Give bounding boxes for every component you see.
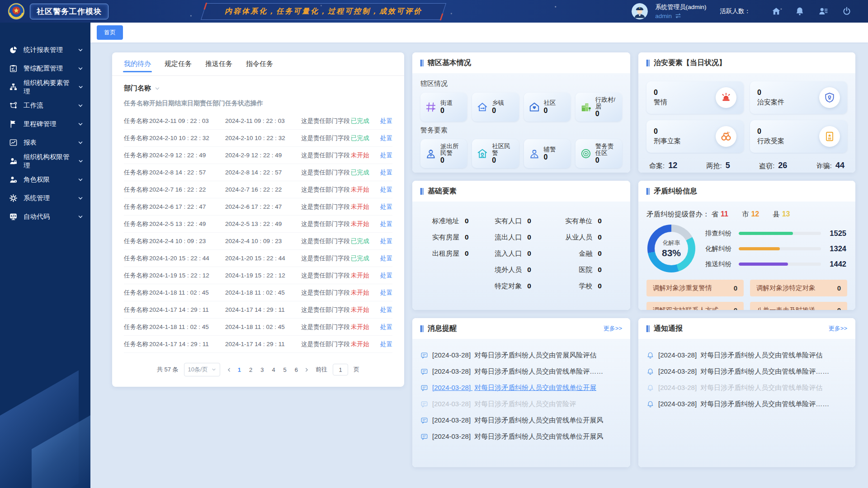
message-icon: [420, 417, 428, 424]
dispose-link[interactable]: 处置: [376, 254, 392, 263]
dispute-filter-button[interactable]: 调解对象涉特定对象 0: [750, 280, 847, 296]
stat-tile[interactable]: 乡镇 0: [472, 93, 519, 122]
donut-value: 83%: [662, 248, 681, 258]
sidebar-item[interactable]: 组织机构要素管理: [0, 78, 90, 96]
stat-tile[interactable]: 社区民警 0: [472, 139, 519, 168]
stat-label: 流入人口: [483, 249, 522, 258]
sidebar-item[interactable]: 警综配置管理: [0, 59, 90, 78]
security-stat-tile[interactable]: 0 行政受案: [750, 120, 847, 153]
message-item[interactable]: [2024-03-28] 对每日涉矛盾纠纷人员交由管线单位开展风: [420, 413, 622, 428]
stat-tile[interactable]: 派出所民警 0: [420, 139, 467, 168]
home-button[interactable]: [771, 6, 781, 16]
stat-tile[interactable]: 辅警 0: [524, 139, 571, 168]
prev-page-button[interactable]: [226, 367, 232, 372]
dispose-link[interactable]: 处置: [376, 289, 392, 297]
dispute-filter-button[interactable]: 调解对象涉重复警情 0: [646, 280, 744, 296]
chevron-down-icon: [155, 86, 160, 91]
dispose-link[interactable]: 处置: [376, 186, 392, 194]
sidebar-item[interactable]: 工作流: [0, 96, 90, 115]
end-date: 2024-1-19 15 : 22 : 12: [225, 272, 301, 279]
supervision-label: 矛盾纠纷提级督办：: [646, 210, 710, 219]
sidebar-item[interactable]: 组织机构权限管理: [0, 152, 90, 170]
dispose-link[interactable]: 处置: [376, 220, 392, 228]
notice-item[interactable]: [2024-03-28] 对每日涉矛盾纠纷人员交由管线单险评估: [646, 380, 847, 395]
message-item[interactable]: [2024-03-28] 对每日涉矛盾纠纷人员交由管险评: [420, 397, 622, 412]
title-bar-icon: [420, 60, 422, 66]
panel-title: 辖区基本情况: [428, 58, 471, 68]
avatar[interactable]: [632, 3, 648, 19]
notice-item[interactable]: [2024-03-28] 对每日涉矛盾纠纷人员交由管线单险评……: [646, 397, 847, 412]
end-date: 2024-1-17 14 : 29 : 11: [225, 306, 301, 313]
message-item[interactable]: [2024-03-28] 对每日涉矛盾纠纷人员交由管线单位开展风: [420, 429, 622, 444]
dispose-link[interactable]: 处置: [376, 169, 392, 177]
responsible-dept: 这是责任部门字段: [301, 306, 351, 314]
task-tab[interactable]: 指令任务: [246, 52, 273, 75]
next-page-button[interactable]: [303, 367, 310, 372]
security-stat-tile[interactable]: 0 刑事立案: [646, 120, 744, 153]
dispute-filter-button[interactable]: 调解双方缺联系人方式 0: [646, 302, 744, 310]
sidebar-item[interactable]: 系统管理: [0, 189, 90, 207]
stat-tile[interactable]: 行政村/居 0: [576, 93, 622, 122]
messages-more-link[interactable]: 更多>>: [604, 324, 622, 333]
pagination-total: 共 57 条: [157, 366, 179, 374]
dispose-link[interactable]: 处置: [376, 151, 392, 160]
page-number[interactable]: 3: [260, 366, 264, 373]
message-list: [2024-03-28] 对每日涉矛盾纠纷人员交由管展风险评估 [2024-03…: [420, 343, 622, 444]
notice-item[interactable]: [2024-03-28] 对每日涉矛盾纠纷人员交由管线单险评……: [646, 364, 847, 379]
dispose-link[interactable]: 处置: [376, 306, 392, 314]
dispose-link[interactable]: 处置: [376, 323, 392, 331]
logout-button[interactable]: [842, 6, 852, 16]
task-tab[interactable]: 我的待办: [124, 52, 151, 75]
dispute-filter-button[interactable]: 八单一表未及时推送 0: [750, 302, 847, 310]
stat-label: 境外人员: [483, 266, 522, 274]
end-date: 2024-2-11 09 : 22 : 03: [225, 117, 301, 124]
page-number[interactable]: 2: [249, 366, 252, 373]
responsible-dept: 这是责任部门字段: [301, 117, 351, 125]
task-tab[interactable]: 规定任务: [165, 52, 192, 75]
message-item[interactable]: [2024-03-28] 对每日涉矛盾纠纷人员交由管线单险评……: [420, 364, 622, 379]
notifications-button[interactable]: [795, 6, 805, 16]
stat-tile[interactable]: 警务责任区 0: [576, 139, 622, 168]
dispose-link[interactable]: 处置: [376, 203, 392, 211]
page-size-select[interactable]: 10条/页: [184, 363, 220, 376]
sidebar-item[interactable]: 里程碑管理: [0, 115, 90, 133]
home-tab[interactable]: 首页: [97, 25, 123, 40]
notice-date: [2024-03-28]: [658, 367, 697, 375]
dispose-link[interactable]: 处置: [376, 340, 392, 348]
sidebar-item[interactable]: 角色权限: [0, 170, 90, 189]
start-date: 2024-1-18 11 : 02 : 45: [149, 324, 225, 330]
notice-item[interactable]: [2024-03-28] 对每日涉矛盾纠纷人员交由管线单险评估: [646, 348, 847, 363]
user-name-switch[interactable]: admin: [655, 12, 706, 19]
role-permission-icon: [9, 175, 18, 184]
page-number[interactable]: 1: [238, 366, 241, 373]
notices-more-link[interactable]: 更多>>: [829, 324, 847, 333]
chevron-down-icon: [78, 122, 83, 127]
department-filter[interactable]: 部门名称: [112, 76, 404, 94]
page-number[interactable]: 4: [272, 366, 275, 373]
security-stat-tile[interactable]: 0 警情: [646, 81, 744, 114]
sidebar-item[interactable]: 自动代码: [0, 207, 90, 226]
goto-page-input[interactable]: [333, 364, 348, 375]
district-panel: 辖区基本情况 辖区情况 街道 0 乡镇 0 社区 0 行政村/居 0: [412, 52, 630, 173]
message-item[interactable]: [2024-03-28] 对每日涉矛盾纠纷人员交由管展风险评估: [420, 348, 622, 363]
sidebar-item[interactable]: 统计报表管理: [0, 41, 90, 59]
security-stat-tile[interactable]: 0 治安案件: [750, 81, 847, 114]
dispose-link[interactable]: 处置: [376, 134, 392, 142]
message-text: 对每日涉矛盾纠纷人员交由管线单位开展风: [474, 432, 603, 440]
stat-tile[interactable]: 社区 0: [524, 93, 571, 122]
dispose-link[interactable]: 处置: [376, 237, 392, 245]
case-icon: [824, 131, 835, 142]
user-list-button[interactable]: [818, 6, 828, 16]
clipboard-icon: [9, 64, 18, 73]
dispose-link[interactable]: 处置: [376, 272, 392, 280]
sidebar-item[interactable]: 报表: [0, 133, 90, 152]
task-tab[interactable]: 推送任务: [205, 52, 232, 75]
message-item[interactable]: [2024-03-28] 对每日涉矛盾纠纷人员交由管线单位开展: [420, 380, 622, 395]
page-number[interactable]: 6: [295, 366, 298, 373]
page-number[interactable]: 5: [283, 366, 287, 373]
panel-title: 治安要素【当日状况】: [654, 58, 726, 68]
dispose-link[interactable]: 处置: [376, 117, 392, 125]
table-row: 任务名称 2024-2-7 16 : 22 : 22 2024-2-7 16 :…: [124, 181, 392, 198]
stat-tile[interactable]: 街道 0: [420, 93, 467, 122]
chevron-down-icon: [78, 84, 83, 90]
